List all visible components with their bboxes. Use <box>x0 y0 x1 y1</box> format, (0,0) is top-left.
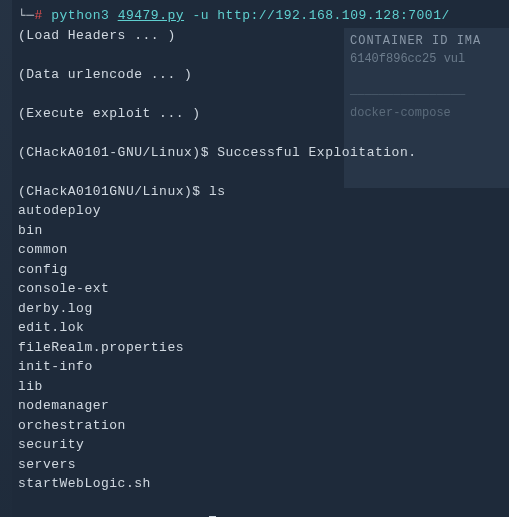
ls-entry: bin <box>18 221 509 241</box>
status-load-headers: (Load Headers ... ) <box>18 26 509 46</box>
ls-command-line: (CHackA0101GNU/Linux)$ ls <box>18 182 509 202</box>
ls-entry: derby.log <box>18 299 509 319</box>
ls-entry: nodemanager <box>18 396 509 416</box>
python-cmd: python3 <box>51 8 109 23</box>
ls-prompt: (CHackA0101GNU/Linux)$ <box>18 184 201 199</box>
ls-entry: console-ext <box>18 279 509 299</box>
result-message: Successful Exploitation. <box>217 145 416 160</box>
ls-entry: autodeploy <box>18 201 509 221</box>
ls-entry: edit.lok <box>18 318 509 338</box>
status-execute-exploit: (Execute exploit ... ) <box>18 104 509 124</box>
blank-line-3 <box>18 123 509 143</box>
script-name: 49479.py <box>118 8 184 23</box>
flag-u: -u <box>192 8 209 23</box>
blank-line-1 <box>18 45 509 65</box>
blank-line-4 <box>18 162 509 182</box>
ls-entry: servers <box>18 455 509 475</box>
ls-entry: lib <box>18 377 509 397</box>
final-prompt-line[interactable]: (CHackA0101GNU/Linux)$ <box>18 513 509 517</box>
ls-entry: common <box>18 240 509 260</box>
command-line-exploit: └─# python3 49479.py -u http://192.168.1… <box>18 6 509 26</box>
tree-branch-icon: └─ <box>18 8 35 23</box>
ls-entry: orchestration <box>18 416 509 436</box>
ls-entry: fileRealm.properties <box>18 338 509 358</box>
ls-entry: init-info <box>18 357 509 377</box>
ls-cmd: ls <box>209 184 226 199</box>
result-line: (CHackA0101-GNU/Linux)$ Successful Explo… <box>18 143 509 163</box>
blank-line-2 <box>18 84 509 104</box>
ls-entry: config <box>18 260 509 280</box>
terminal-pane[interactable]: └─# python3 49479.py -u http://192.168.1… <box>0 0 509 517</box>
root-hash-prompt: # <box>35 8 43 23</box>
target-url: http://192.168.109.128:7001/ <box>217 8 449 23</box>
result-prompt: (CHackA0101-GNU/Linux)$ <box>18 145 209 160</box>
status-data-urlencode: (Data urlencode ... ) <box>18 65 509 85</box>
blank-line-5 <box>18 494 509 514</box>
ls-entry: startWebLogic.sh <box>18 474 509 494</box>
ls-entry: security <box>18 435 509 455</box>
